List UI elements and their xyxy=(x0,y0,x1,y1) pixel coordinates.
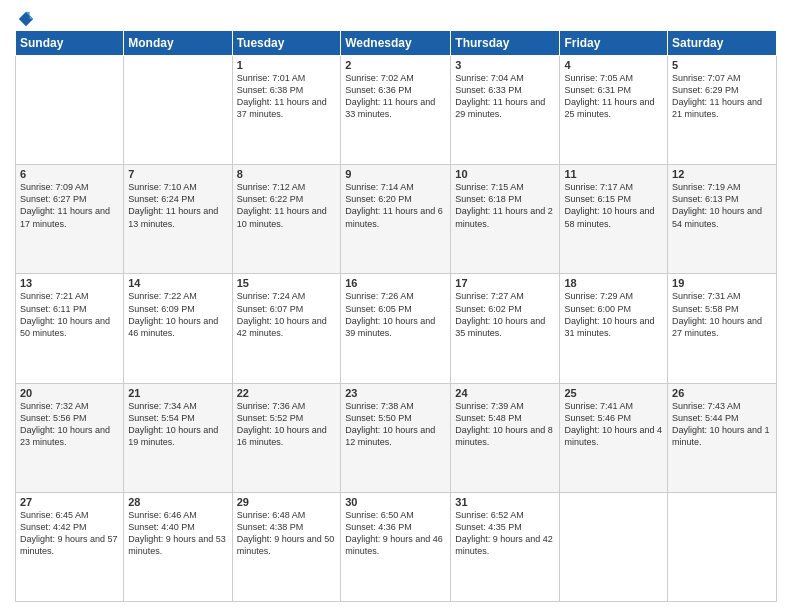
calendar-cell: 24Sunrise: 7:39 AM Sunset: 5:48 PM Dayli… xyxy=(451,383,560,492)
day-info: Sunrise: 6:52 AM Sunset: 4:35 PM Dayligh… xyxy=(455,509,555,558)
day-number: 25 xyxy=(564,387,663,399)
calendar-table: SundayMondayTuesdayWednesdayThursdayFrid… xyxy=(15,30,777,602)
day-info: Sunrise: 7:41 AM Sunset: 5:46 PM Dayligh… xyxy=(564,400,663,449)
day-number: 15 xyxy=(237,277,337,289)
day-info: Sunrise: 7:38 AM Sunset: 5:50 PM Dayligh… xyxy=(345,400,446,449)
day-header-wednesday: Wednesday xyxy=(341,31,451,56)
calendar-cell xyxy=(560,492,668,601)
calendar-cell: 31Sunrise: 6:52 AM Sunset: 4:35 PM Dayli… xyxy=(451,492,560,601)
day-number: 1 xyxy=(237,59,337,71)
day-number: 3 xyxy=(455,59,555,71)
day-info: Sunrise: 7:34 AM Sunset: 5:54 PM Dayligh… xyxy=(128,400,227,449)
calendar-cell: 6Sunrise: 7:09 AM Sunset: 6:27 PM Daylig… xyxy=(16,165,124,274)
day-number: 9 xyxy=(345,168,446,180)
calendar-cell: 27Sunrise: 6:45 AM Sunset: 4:42 PM Dayli… xyxy=(16,492,124,601)
day-info: Sunrise: 7:32 AM Sunset: 5:56 PM Dayligh… xyxy=(20,400,119,449)
day-number: 21 xyxy=(128,387,227,399)
day-info: Sunrise: 6:48 AM Sunset: 4:38 PM Dayligh… xyxy=(237,509,337,558)
day-info: Sunrise: 7:09 AM Sunset: 6:27 PM Dayligh… xyxy=(20,181,119,230)
day-info: Sunrise: 7:22 AM Sunset: 6:09 PM Dayligh… xyxy=(128,290,227,339)
day-number: 2 xyxy=(345,59,446,71)
day-number: 29 xyxy=(237,496,337,508)
day-info: Sunrise: 7:19 AM Sunset: 6:13 PM Dayligh… xyxy=(672,181,772,230)
calendar-cell xyxy=(668,492,777,601)
calendar-cell: 20Sunrise: 7:32 AM Sunset: 5:56 PM Dayli… xyxy=(16,383,124,492)
calendar-cell: 1Sunrise: 7:01 AM Sunset: 6:38 PM Daylig… xyxy=(232,56,341,165)
day-number: 10 xyxy=(455,168,555,180)
logo xyxy=(15,10,35,24)
day-header-tuesday: Tuesday xyxy=(232,31,341,56)
day-number: 17 xyxy=(455,277,555,289)
calendar-cell: 25Sunrise: 7:41 AM Sunset: 5:46 PM Dayli… xyxy=(560,383,668,492)
calendar-cell: 29Sunrise: 6:48 AM Sunset: 4:38 PM Dayli… xyxy=(232,492,341,601)
calendar-cell: 13Sunrise: 7:21 AM Sunset: 6:11 PM Dayli… xyxy=(16,274,124,383)
day-number: 30 xyxy=(345,496,446,508)
day-number: 22 xyxy=(237,387,337,399)
calendar-cell: 11Sunrise: 7:17 AM Sunset: 6:15 PM Dayli… xyxy=(560,165,668,274)
day-info: Sunrise: 7:29 AM Sunset: 6:00 PM Dayligh… xyxy=(564,290,663,339)
day-info: Sunrise: 6:50 AM Sunset: 4:36 PM Dayligh… xyxy=(345,509,446,558)
calendar-cell: 30Sunrise: 6:50 AM Sunset: 4:36 PM Dayli… xyxy=(341,492,451,601)
week-row-1: 1Sunrise: 7:01 AM Sunset: 6:38 PM Daylig… xyxy=(16,56,777,165)
header-row: SundayMondayTuesdayWednesdayThursdayFrid… xyxy=(16,31,777,56)
day-info: Sunrise: 7:39 AM Sunset: 5:48 PM Dayligh… xyxy=(455,400,555,449)
day-info: Sunrise: 7:43 AM Sunset: 5:44 PM Dayligh… xyxy=(672,400,772,449)
day-info: Sunrise: 7:27 AM Sunset: 6:02 PM Dayligh… xyxy=(455,290,555,339)
day-number: 23 xyxy=(345,387,446,399)
page: SundayMondayTuesdayWednesdayThursdayFrid… xyxy=(0,0,792,612)
day-info: Sunrise: 7:21 AM Sunset: 6:11 PM Dayligh… xyxy=(20,290,119,339)
calendar-cell: 10Sunrise: 7:15 AM Sunset: 6:18 PM Dayli… xyxy=(451,165,560,274)
day-info: Sunrise: 7:36 AM Sunset: 5:52 PM Dayligh… xyxy=(237,400,337,449)
calendar-cell: 19Sunrise: 7:31 AM Sunset: 5:58 PM Dayli… xyxy=(668,274,777,383)
day-number: 16 xyxy=(345,277,446,289)
day-number: 19 xyxy=(672,277,772,289)
week-row-4: 20Sunrise: 7:32 AM Sunset: 5:56 PM Dayli… xyxy=(16,383,777,492)
day-info: Sunrise: 6:45 AM Sunset: 4:42 PM Dayligh… xyxy=(20,509,119,558)
calendar-cell: 8Sunrise: 7:12 AM Sunset: 6:22 PM Daylig… xyxy=(232,165,341,274)
calendar-cell: 2Sunrise: 7:02 AM Sunset: 6:36 PM Daylig… xyxy=(341,56,451,165)
calendar-cell: 21Sunrise: 7:34 AM Sunset: 5:54 PM Dayli… xyxy=(124,383,232,492)
calendar-cell: 9Sunrise: 7:14 AM Sunset: 6:20 PM Daylig… xyxy=(341,165,451,274)
day-number: 31 xyxy=(455,496,555,508)
calendar-cell: 17Sunrise: 7:27 AM Sunset: 6:02 PM Dayli… xyxy=(451,274,560,383)
day-info: Sunrise: 7:01 AM Sunset: 6:38 PM Dayligh… xyxy=(237,72,337,121)
calendar-header: SundayMondayTuesdayWednesdayThursdayFrid… xyxy=(16,31,777,56)
day-header-thursday: Thursday xyxy=(451,31,560,56)
day-info: Sunrise: 7:24 AM Sunset: 6:07 PM Dayligh… xyxy=(237,290,337,339)
day-number: 28 xyxy=(128,496,227,508)
day-number: 8 xyxy=(237,168,337,180)
week-row-5: 27Sunrise: 6:45 AM Sunset: 4:42 PM Dayli… xyxy=(16,492,777,601)
day-number: 6 xyxy=(20,168,119,180)
calendar-cell: 22Sunrise: 7:36 AM Sunset: 5:52 PM Dayli… xyxy=(232,383,341,492)
day-header-monday: Monday xyxy=(124,31,232,56)
day-number: 13 xyxy=(20,277,119,289)
day-info: Sunrise: 7:26 AM Sunset: 6:05 PM Dayligh… xyxy=(345,290,446,339)
week-row-3: 13Sunrise: 7:21 AM Sunset: 6:11 PM Dayli… xyxy=(16,274,777,383)
day-number: 26 xyxy=(672,387,772,399)
calendar-cell: 23Sunrise: 7:38 AM Sunset: 5:50 PM Dayli… xyxy=(341,383,451,492)
logo-icon xyxy=(17,10,35,28)
calendar-cell xyxy=(16,56,124,165)
day-number: 27 xyxy=(20,496,119,508)
header xyxy=(15,10,777,24)
day-info: Sunrise: 7:17 AM Sunset: 6:15 PM Dayligh… xyxy=(564,181,663,230)
calendar-cell: 5Sunrise: 7:07 AM Sunset: 6:29 PM Daylig… xyxy=(668,56,777,165)
day-number: 14 xyxy=(128,277,227,289)
day-number: 4 xyxy=(564,59,663,71)
day-number: 11 xyxy=(564,168,663,180)
day-info: Sunrise: 7:15 AM Sunset: 6:18 PM Dayligh… xyxy=(455,181,555,230)
day-header-saturday: Saturday xyxy=(668,31,777,56)
day-number: 5 xyxy=(672,59,772,71)
calendar-cell: 3Sunrise: 7:04 AM Sunset: 6:33 PM Daylig… xyxy=(451,56,560,165)
day-info: Sunrise: 7:05 AM Sunset: 6:31 PM Dayligh… xyxy=(564,72,663,121)
calendar-cell: 18Sunrise: 7:29 AM Sunset: 6:00 PM Dayli… xyxy=(560,274,668,383)
calendar-body: 1Sunrise: 7:01 AM Sunset: 6:38 PM Daylig… xyxy=(16,56,777,602)
calendar-cell: 26Sunrise: 7:43 AM Sunset: 5:44 PM Dayli… xyxy=(668,383,777,492)
day-header-friday: Friday xyxy=(560,31,668,56)
day-header-sunday: Sunday xyxy=(16,31,124,56)
day-info: Sunrise: 7:14 AM Sunset: 6:20 PM Dayligh… xyxy=(345,181,446,230)
day-info: Sunrise: 7:12 AM Sunset: 6:22 PM Dayligh… xyxy=(237,181,337,230)
day-info: Sunrise: 7:10 AM Sunset: 6:24 PM Dayligh… xyxy=(128,181,227,230)
calendar-cell: 16Sunrise: 7:26 AM Sunset: 6:05 PM Dayli… xyxy=(341,274,451,383)
day-number: 12 xyxy=(672,168,772,180)
